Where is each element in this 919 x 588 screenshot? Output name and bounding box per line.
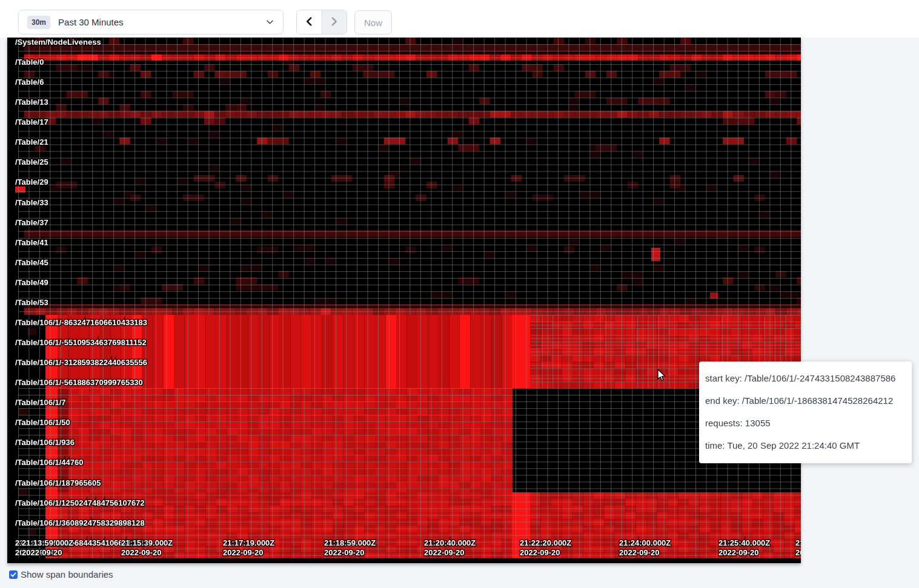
hover-tooltip: start key: /Table/106/1/-247433150824388… (699, 362, 912, 463)
tooltip-time: time: Tue, 20 Sep 2022 21:24:40 GMT (705, 434, 906, 457)
time-range-label: Past 30 Minutes (58, 17, 265, 27)
show-span-boundaries-label: Show span boundaries (21, 569, 113, 580)
show-span-boundaries-checkbox[interactable] (9, 570, 18, 579)
key-visualizer-heatmap[interactable] (7, 38, 801, 563)
time-nav-group (296, 10, 347, 35)
toolbar: 30m Past 30 Minutes Now (0, 0, 919, 38)
tooltip-start-key: start key: /Table/106/1/-247433150824388… (705, 367, 906, 389)
now-button[interactable]: Now (354, 10, 392, 35)
tooltip-requests: requests: 13055 (705, 412, 906, 434)
chevron-right-icon (329, 16, 339, 28)
prev-time-button[interactable] (297, 10, 322, 34)
next-time-button[interactable] (322, 10, 347, 34)
time-range-badge: 30m (27, 16, 50, 29)
chevron-down-icon (265, 18, 274, 27)
time-range-select[interactable]: 30m Past 30 Minutes (18, 10, 284, 35)
mouse-cursor-icon (657, 369, 667, 385)
chevron-left-icon (304, 16, 314, 28)
tooltip-end-key: end key: /Table/106/1/-18683814745282642… (705, 389, 906, 412)
show-span-boundaries[interactable]: Show span boundaries (9, 569, 113, 580)
